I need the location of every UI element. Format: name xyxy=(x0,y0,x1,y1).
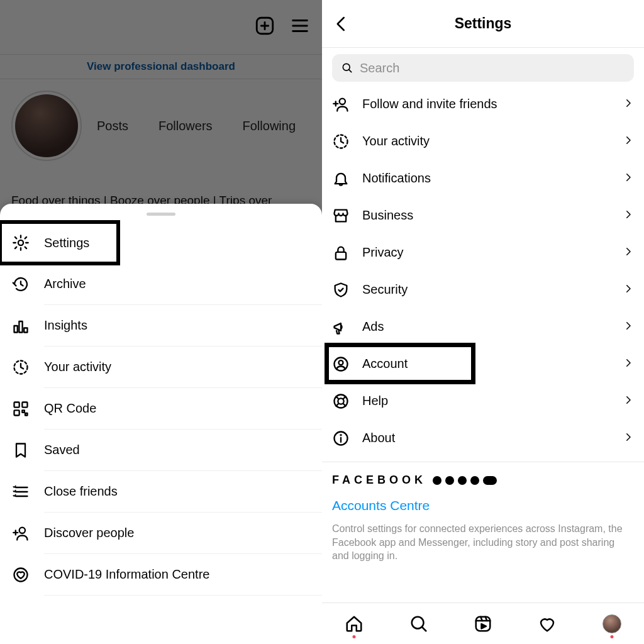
activity-tab[interactable] xyxy=(538,614,557,633)
insights-icon xyxy=(11,316,30,335)
menu-item-label: Settings xyxy=(44,222,118,264)
settings-item-about[interactable]: About xyxy=(322,419,644,457)
chevron-right-icon xyxy=(623,172,634,186)
menu-item-label: Close friends xyxy=(44,471,322,513)
menu-item-insights[interactable]: Insights xyxy=(0,305,322,347)
chevron-right-icon xyxy=(623,209,634,223)
settings-item-label: Privacy xyxy=(362,245,623,260)
menu-item-label: Saved xyxy=(44,430,322,471)
svg-rect-29 xyxy=(336,252,346,259)
chevron-right-icon xyxy=(623,283,634,297)
menu-item-label: Archive xyxy=(44,264,322,305)
back-button[interactable] xyxy=(332,14,351,33)
svg-rect-11 xyxy=(14,402,19,408)
svg-line-34 xyxy=(336,396,338,399)
chevron-right-icon xyxy=(623,320,634,334)
settings-item-privacy[interactable]: Privacy xyxy=(322,234,644,271)
chevron-right-icon xyxy=(623,431,634,445)
svg-line-35 xyxy=(343,396,346,399)
svg-rect-7 xyxy=(14,326,18,333)
settings-item-notifications[interactable]: Notifications xyxy=(322,160,644,197)
search-input[interactable]: Search xyxy=(332,54,634,82)
megaphone-icon xyxy=(332,318,350,336)
settings-item-label: Help xyxy=(362,394,623,408)
shield-icon xyxy=(332,281,350,299)
accounts-centre-link[interactable]: Accounts Centre xyxy=(332,498,634,513)
storefront-icon xyxy=(332,207,350,225)
lifebuoy-icon xyxy=(332,392,350,410)
menu-item-covid[interactable]: COVID-19 Information Centre xyxy=(0,554,322,596)
menu-item-label: QR Code xyxy=(44,388,322,430)
svg-rect-13 xyxy=(14,410,19,415)
svg-rect-8 xyxy=(19,321,22,333)
menu-item-close-friends[interactable]: Close friends xyxy=(0,471,322,513)
settings-item-label: Your activity xyxy=(362,134,623,148)
bell-icon xyxy=(332,170,350,187)
settings-item-security[interactable]: Security xyxy=(322,271,644,308)
menu-item-activity[interactable]: Your activity xyxy=(0,347,322,388)
svg-rect-9 xyxy=(24,328,27,333)
menu-item-discover[interactable]: Discover people xyxy=(0,513,322,554)
svg-marker-47 xyxy=(481,624,486,629)
sheet-handle[interactable] xyxy=(147,213,175,216)
svg-line-36 xyxy=(336,403,338,406)
add-person-icon xyxy=(11,524,30,543)
gear-icon xyxy=(11,233,30,252)
archive-icon xyxy=(11,275,30,294)
svg-rect-14 xyxy=(22,410,25,413)
menu-item-saved[interactable]: Saved xyxy=(0,430,322,471)
settings-item-business[interactable]: Business xyxy=(322,197,644,234)
settings-item-label: Account xyxy=(362,357,623,371)
svg-point-31 xyxy=(339,360,343,365)
menu-item-label: COVID-19 Information Centre xyxy=(44,554,322,596)
user-circle-icon xyxy=(332,355,350,373)
menu-item-settings[interactable]: Settings xyxy=(0,222,118,264)
svg-point-25 xyxy=(340,98,345,104)
menu-item-label: Insights xyxy=(44,305,322,347)
settings-item-ads[interactable]: Ads xyxy=(322,308,644,345)
svg-point-6 xyxy=(18,240,23,245)
accounts-centre-description: Control settings for connected experienc… xyxy=(332,522,634,563)
profile-pane: View professional dashboard Posts Follow… xyxy=(0,0,322,644)
settings-pane: Settings Search Follow and invite friend… xyxy=(322,0,644,644)
settings-item-label: Follow and invite friends xyxy=(362,97,623,111)
info-icon xyxy=(332,430,350,447)
menu-item-archive[interactable]: Archive xyxy=(0,264,322,305)
settings-item-help[interactable]: Help xyxy=(322,382,644,419)
svg-point-19 xyxy=(19,528,25,533)
activity-icon xyxy=(11,358,30,377)
svg-line-42 xyxy=(422,627,426,631)
home-tab[interactable] xyxy=(345,614,364,633)
settings-item-label: Security xyxy=(362,282,623,297)
search-tab[interactable] xyxy=(409,614,428,633)
svg-line-37 xyxy=(343,403,346,406)
svg-point-40 xyxy=(340,435,341,435)
menu-item-qr[interactable]: QR Code xyxy=(0,388,322,430)
chevron-right-icon xyxy=(623,394,634,408)
settings-item-account[interactable]: Account xyxy=(322,345,644,382)
qr-icon xyxy=(11,399,30,418)
bookmark-icon xyxy=(11,441,30,460)
svg-point-22 xyxy=(14,569,28,582)
svg-line-24 xyxy=(349,70,352,72)
heart-badge-icon xyxy=(11,565,30,584)
search-placeholder: Search xyxy=(360,61,399,75)
settings-item-label: Notifications xyxy=(362,171,623,186)
svg-rect-12 xyxy=(22,402,27,408)
reels-tab[interactable] xyxy=(474,614,492,633)
settings-item-label: Ads xyxy=(362,319,623,334)
profile-tab[interactable] xyxy=(602,614,621,633)
menu-item-label: Your activity xyxy=(44,347,322,388)
lock-icon xyxy=(332,244,350,262)
meta-product-icons xyxy=(433,476,497,485)
page-title: Settings xyxy=(322,15,644,32)
add-person-icon xyxy=(332,96,350,113)
chevron-right-icon xyxy=(623,357,634,371)
settings-item-follow[interactable]: Follow and invite friends xyxy=(322,86,644,123)
settings-item-label: Business xyxy=(362,208,623,223)
menu-item-label: Discover people xyxy=(44,513,322,554)
settings-item-activity[interactable]: Your activity xyxy=(322,123,644,160)
profile-menu-sheet: SettingsArchiveInsightsYour activityQR C… xyxy=(0,204,322,644)
svg-rect-15 xyxy=(25,413,28,416)
settings-item-label: About xyxy=(362,431,623,445)
